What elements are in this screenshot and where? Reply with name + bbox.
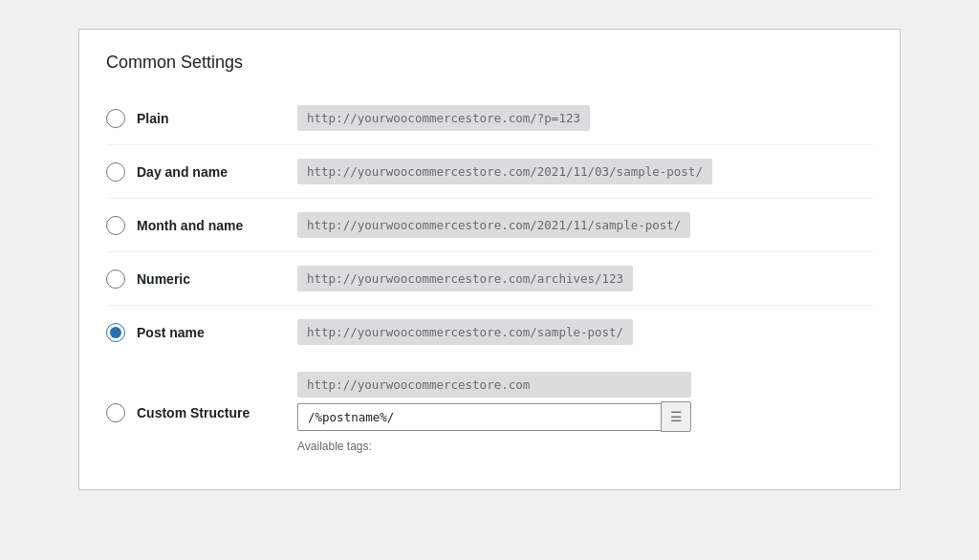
custom-structure-inputs: http://yourwoocommercestore.com ☰ Availa…	[297, 372, 691, 453]
url-display-numeric: http://yourwoocommercestore.com/archives…	[297, 266, 633, 291]
url-display-plain: http://yourwoocommercestore.com/?p=123	[297, 105, 590, 131]
custom-structure-text-input[interactable]	[297, 403, 661, 431]
radio-post-name[interactable]	[106, 323, 125, 342]
available-tags-label: Available tags:	[297, 440, 691, 453]
label-numeric[interactable]: Numeric	[106, 269, 297, 289]
radio-numeric[interactable]	[106, 269, 125, 289]
label-post-name[interactable]: Post name	[106, 323, 297, 342]
custom-structure-label-text: Custom Structure	[137, 405, 250, 420]
insert-tag-button[interactable]: ☰	[661, 401, 691, 432]
common-settings-container: Common Settings Plainhttp://yourwoocomme…	[78, 29, 901, 490]
radio-plain[interactable]	[106, 109, 125, 128]
custom-structure-radio[interactable]	[106, 403, 125, 422]
row-numeric: Numerichttp://yourwoocommercestore.com/a…	[106, 252, 873, 306]
url-display-post-name: http://yourwoocommercestore.com/sample-p…	[297, 319, 633, 345]
row-plain: Plainhttp://yourwoocommercestore.com/?p=…	[106, 92, 873, 145]
custom-structure-row: Custom Structure http://yourwoocommerces…	[106, 358, 873, 466]
label-plain[interactable]: Plain	[106, 109, 297, 128]
custom-structure-input-row: ☰	[297, 401, 691, 432]
label-text-month-and-name: Month and name	[137, 218, 243, 233]
label-month-and-name[interactable]: Month and name	[106, 216, 297, 235]
radio-day-and-name[interactable]	[106, 162, 125, 182]
url-display-day-and-name: http://yourwoocommercestore.com/2021/11/…	[297, 159, 712, 184]
section-title: Common Settings	[106, 53, 873, 73]
radio-month-and-name[interactable]	[106, 216, 125, 235]
row-day-and-name: Day and namehttp://yourwoocommercestore.…	[106, 145, 873, 199]
label-text-post-name: Post name	[137, 325, 205, 340]
custom-structure-base-url: http://yourwoocommercestore.com	[297, 372, 691, 398]
url-display-month-and-name: http://yourwoocommercestore.com/2021/11/…	[297, 212, 690, 238]
custom-structure-label[interactable]: Custom Structure	[106, 403, 297, 422]
settings-rows: Plainhttp://yourwoocommercestore.com/?p=…	[106, 92, 873, 358]
label-text-plain: Plain	[137, 111, 168, 126]
row-post-name: Post namehttp://yourwoocommercestore.com…	[106, 306, 873, 358]
label-day-and-name[interactable]: Day and name	[106, 162, 297, 182]
label-text-numeric: Numeric	[137, 271, 190, 287]
row-month-and-name: Month and namehttp://yourwoocommercestor…	[106, 199, 873, 252]
label-text-day-and-name: Day and name	[137, 164, 228, 180]
